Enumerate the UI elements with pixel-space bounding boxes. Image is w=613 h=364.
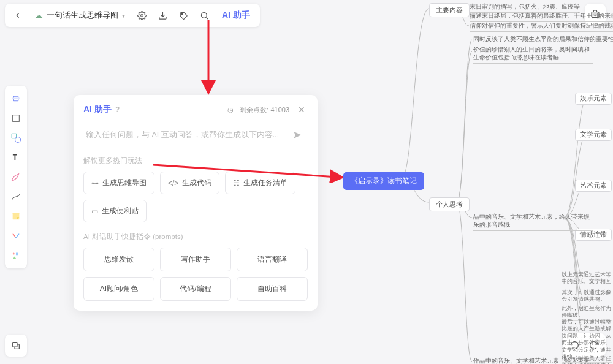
mindmap-node[interactable]: 文学元素 (575, 129, 612, 141)
chip-code[interactable]: </>生成代码 (160, 172, 219, 194)
prompt-translate[interactable]: 语言翻译 (237, 248, 308, 271)
tool-sticky[interactable] (7, 207, 25, 226)
svg-point-0 (140, 14, 143, 17)
top-toolbar: ☁ 一句话生成思维导图 ▾ AI 助手 (5, 4, 260, 27)
arrow-annotation-1 (193, 17, 224, 97)
mindmap-node[interactable]: 艺术元素 (575, 180, 612, 192)
ai-assistant-panel: AI 助手 ? ◷ 剩余点数: 41003 ✕ ➤ 解锁更多热门玩法 ⊶生成思维… (74, 95, 318, 311)
chevron-down-icon: ▾ (122, 12, 125, 19)
mindmap-leaf[interactable]: 品中的音乐、文学和艺术元素，给人带来娱乐的形音感慨 (473, 213, 593, 231)
layers-button[interactable] (5, 335, 27, 357)
prompt-role[interactable]: AI顾问/角色 (83, 277, 154, 301)
mindmap-leaf[interactable]: 以上元素通过艺术等中的音乐、文学相互 (562, 271, 612, 287)
svg-rect-14 (16, 253, 18, 256)
svg-marker-15 (13, 257, 17, 260)
mindmap-leaf[interactable]: 维对或时间美人著任美的干情翻堂说成人一任任推后略略的人文 (562, 355, 612, 364)
list-icon: ☵ (233, 179, 240, 188)
mindmap-leaf[interactable]: 信仰对信仰的重要性，警示人们要时刻保持纪律的戒骄 (470, 22, 613, 32)
mindmap-leaf[interactable]: 末日审判的描写，包括火、地震、瘟疫等 (470, 3, 580, 13)
ai-panel-title: AI 助手 (83, 104, 112, 115)
doc-title-text: 一句话生成思维导图 (47, 10, 118, 21)
settings-button[interactable] (132, 6, 151, 25)
cloud-icon: ☁ (34, 10, 43, 20)
chip-mindmap[interactable]: ⊶生成思维导图 (83, 172, 154, 194)
ai-assistant-button[interactable]: AI 助手 (216, 10, 256, 21)
mindmap-root-node[interactable]: 《启示录》读书笔记 (343, 172, 424, 190)
tool-select[interactable] (7, 89, 25, 108)
clock-icon: ◷ (227, 106, 234, 114)
prompt-writing[interactable]: 写作助手 (160, 248, 231, 271)
send-icon[interactable]: ➤ (289, 128, 305, 142)
tag-button[interactable] (174, 6, 192, 25)
tool-more[interactable] (7, 246, 25, 265)
mindmap-node[interactable]: 主要内容 (429, 3, 470, 17)
mindmap-canvas[interactable]: 《启示录》读书笔记 主要内容 个人思考 末日审判的描写，包括火、地震、瘟疫等 描… (331, 0, 613, 364)
mindmap-leaf[interactable]: 价值的珍惜别人的生日的将来，奥时间填和生命价值包括而潜意味在读者睡 (473, 46, 593, 64)
svg-rect-8 (13, 115, 20, 122)
chip-tasklist[interactable]: ☵生成任务清单 (225, 172, 295, 194)
help-icon[interactable]: ? (115, 105, 120, 114)
svg-line-4 (206, 17, 208, 19)
left-toolbar: T (5, 86, 27, 268)
mindmap-leaf[interactable]: 同时反映了人类不顾生态平衡的后果和信仰的重要性 (473, 36, 613, 45)
svg-rect-12 (13, 213, 20, 220)
mindmap-icon: ⊶ (91, 179, 99, 188)
tool-frame[interactable] (7, 109, 25, 127)
ai-input[interactable] (86, 131, 289, 139)
tool-mindmap[interactable] (7, 227, 25, 245)
export-button[interactable] (153, 6, 172, 25)
section-popular: 解锁更多热门玩法 (83, 156, 308, 165)
svg-point-10 (15, 137, 21, 143)
tool-connector[interactable] (7, 188, 25, 206)
tool-text[interactable]: T (7, 148, 25, 167)
mindmap-node[interactable]: 个人思考 (429, 197, 470, 211)
tool-pen[interactable] (7, 168, 25, 186)
tool-shape[interactable] (7, 129, 25, 147)
svg-point-3 (201, 12, 207, 18)
prompt-diverge[interactable]: 思维发散 (83, 248, 154, 271)
mindmap-leaf[interactable]: 其次，可以通过影像会引发情感共鸣。 (562, 289, 612, 305)
back-button[interactable] (9, 6, 27, 25)
mindmap-node[interactable]: 娱乐元素 (575, 93, 612, 105)
chip-sticky[interactable]: ▭生成便利贴 (83, 200, 147, 222)
svg-point-13 (13, 253, 15, 255)
code-icon: </> (168, 179, 178, 188)
svg-text:T: T (13, 153, 18, 162)
svg-rect-16 (13, 343, 17, 347)
sticky-icon: ▭ (91, 207, 98, 216)
document-title[interactable]: ☁ 一句话生成思维导图 ▾ (29, 10, 130, 21)
remaining-points: 剩余点数: 41003 (240, 105, 289, 115)
close-icon[interactable]: ✕ (295, 104, 308, 116)
svg-point-2 (181, 13, 182, 14)
prompt-code[interactable]: 代码/编程 (160, 277, 231, 301)
section-prompts: AI 对话助手快捷指令 (prompts) (83, 232, 308, 241)
prompt-wiki[interactable]: 自助百科 (237, 277, 308, 301)
mindmap-leaf[interactable]: 描述末日终局，包括真善的最终胜任、千年王国的来临等 (470, 12, 613, 22)
search-button[interactable] (195, 6, 213, 25)
svg-rect-7 (12, 98, 20, 99)
